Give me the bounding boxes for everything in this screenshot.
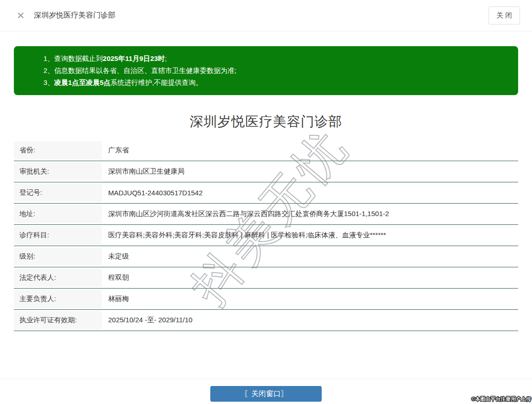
table-row-main-person-in-charge: 主要负责人: 林丽梅 [14, 289, 518, 310]
modal-title: 深圳岁悦医疗美容门诊部 [34, 11, 116, 20]
table-row-medical-subjects: 诊疗科目: 医疗美容科;美容外科;美容牙科;美容皮肤科 | 麻醉科 | 医学检验… [14, 225, 518, 246]
row-value: 程双朝 [102, 267, 518, 288]
row-label: 执业许可证有效期: [14, 310, 102, 331]
table-row-registration-number: 登记号: MADJUQ51-244030517D1542 [14, 182, 518, 204]
row-label: 省份: [14, 140, 102, 161]
notice-line-3-text: 3、 [43, 78, 54, 86]
table-row-approval-authority: 审批机关: 深圳市南山区卫生健康局 [14, 161, 518, 182]
row-value: 林丽梅 [102, 289, 518, 309]
row-value: 医疗美容科;美容外科;美容牙科;美容皮肤科 | 麻醉科 | 医学检验科;临床体液… [102, 225, 518, 246]
notice-line-3: 3、凌晨1点至凌晨5点系统进行维护,不能提供查询。 [43, 77, 509, 89]
row-label: 诊疗科目: [14, 225, 102, 246]
notice-line-1-suffix: ; [165, 54, 167, 62]
row-value: 2025/10/24 -至- 2029/11/10 [102, 310, 518, 331]
row-label: 主要负责人: [14, 289, 102, 309]
row-value: MADJUQ51-244030517D1542 [102, 182, 518, 203]
row-label: 级别: [14, 246, 102, 267]
row-value: 深圳市南山区沙河街道高发社区深云西二路与深云西四路交汇处寰侨商务大厦1501-1… [102, 204, 518, 224]
row-value: 未定级 [102, 246, 518, 267]
notice-line-3-bold: 凌晨1点至凌晨5点 [54, 78, 110, 86]
table-row-level: 级别: 未定级 [14, 246, 518, 267]
page-title: 深圳岁悦医疗美容门诊部 [0, 113, 532, 131]
notice-line-1-bold: 2025年11月9日23时 [103, 54, 165, 62]
table-row-license-validity: 执业许可证有效期: 2025/10/24 -至- 2029/11/10 [14, 310, 518, 331]
notice-line-2-text: 2、信息数据结果以各省、自治区、直辖市卫生健康委数据为准; [43, 66, 237, 74]
table-row-province: 省份: 广东省 [14, 140, 518, 161]
close-x-icon[interactable]: ✕ [17, 11, 25, 20]
row-value: 深圳市南山区卫生健康局 [102, 161, 518, 182]
notice-line-3-suffix: 系统进行维护,不能提供查询。 [110, 78, 202, 86]
row-value: 广东省 [102, 140, 518, 161]
table-row-legal-representative: 法定代表人: 程双朝 [14, 267, 518, 289]
table-row-address: 地址: 深圳市南山区沙河街道高发社区深云西二路与深云西四路交汇处寰侨商务大厦15… [14, 204, 518, 225]
row-label: 地址: [14, 204, 102, 224]
close-window-button[interactable]: 〖关闭窗口〗 [210, 386, 322, 402]
notice-line-1: 1、查询数据截止到2025年11月9日23时; [43, 53, 509, 65]
institution-info-table: 省份: 广东省 审批机关: 深圳市南山区卫生健康局 登记号: MADJUQ51-… [14, 140, 518, 331]
modal-header: ✕ 深圳岁悦医疗美容门诊部 关 闭 [0, 0, 532, 31]
row-label: 法定代表人: [14, 267, 102, 288]
modal-footer: 〖关闭窗口〗 [0, 379, 532, 404]
notice-box: 1、查询数据截止到2025年11月9日23时; 2、信息数据结果以各省、自治区、… [14, 46, 518, 95]
close-button[interactable]: 关 闭 [489, 6, 520, 24]
notice-line-1-text: 1、查询数据截止到 [43, 54, 103, 62]
upload-credit-text: ©本图由平台注册用户上传 [471, 396, 531, 403]
notice-line-2: 2、信息数据结果以各省、自治区、直辖市卫生健康委数据为准; [43, 65, 509, 77]
row-label: 审批机关: [14, 161, 102, 182]
row-label: 登记号: [14, 182, 102, 203]
